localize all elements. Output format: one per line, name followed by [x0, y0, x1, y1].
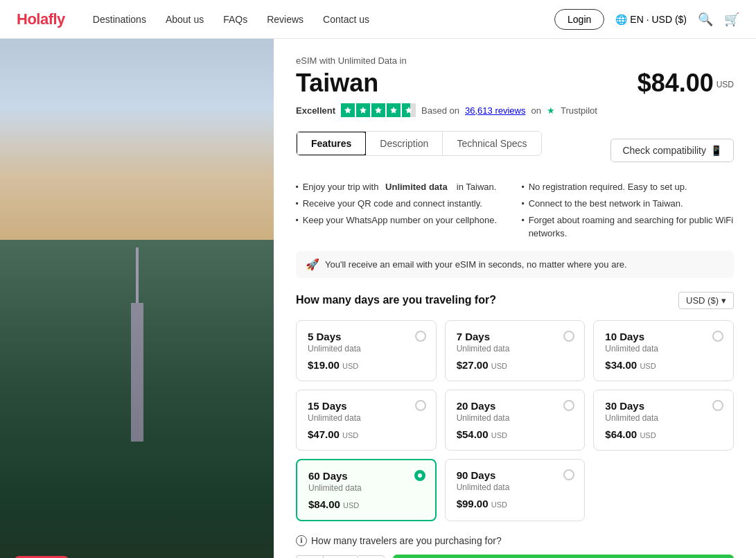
nav-contact[interactable]: Contact us: [323, 14, 369, 25]
nav-faqs[interactable]: FAQs: [223, 14, 247, 25]
travelers-label-text: How many travelers are you purchasing fo…: [311, 535, 502, 546]
plan-5days-price: $19.00 USD: [308, 359, 425, 371]
plan-10days-radio: [712, 331, 723, 342]
plan-90days-price: $99.00 USD: [457, 498, 574, 509]
travelers-controls: - 1 + Get unlimited internet: [296, 555, 734, 558]
plan-60days[interactable]: 60 Days Unlimited data $84.00 USD: [296, 459, 437, 521]
image-background: [0, 39, 274, 558]
tp-star-2: [356, 103, 370, 117]
svg-marker-0: [344, 107, 351, 114]
plan-10days-label: 10 Days: [605, 331, 722, 342]
plan-7days-data: Unlimited data: [457, 344, 574, 354]
tp-star-3: [371, 103, 385, 117]
product-image: H Scan the QR code and connect instantly…: [0, 39, 274, 558]
plan-90days-data: Unlimited data: [457, 482, 574, 492]
plan-60days-radio: [414, 470, 425, 481]
tp-review-suffix: on: [531, 105, 540, 116]
plan-90days-label: 90 Days: [457, 469, 574, 481]
plan-20days[interactable]: 20 Days Unlimited data $54.00 USD: [445, 390, 586, 451]
plan-30days[interactable]: 30 Days Unlimited data $64.00 USD: [593, 390, 734, 451]
tp-rating-label: Excellent: [296, 105, 335, 116]
logo[interactable]: Holafly: [17, 10, 65, 28]
features-grid: Enjoy your trip with Unlimited data in T…: [296, 181, 734, 240]
plan-15days-price: $47.00 USD: [308, 428, 425, 440]
language-selector[interactable]: 🌐 EN · USD ($): [615, 14, 687, 25]
feature-1: Enjoy your trip with Unlimited data in T…: [296, 181, 508, 193]
plan-10days-data: Unlimited data: [605, 344, 722, 354]
feature-5: Connect to the best network in Taiwan.: [522, 198, 734, 210]
get-internet-button[interactable]: Get unlimited internet: [393, 555, 734, 558]
header: Holafly Destinations About us FAQs Revie…: [0, 0, 756, 39]
tp-logo-icon: ★: [547, 105, 555, 116]
device-check-icon: 📱: [710, 145, 722, 156]
svg-marker-1: [360, 107, 367, 114]
svg-marker-4: [405, 107, 412, 114]
email-notice: 🚀 You'll receive an email with your eSIM…: [296, 251, 734, 278]
travelers-section: ℹ How many travelers are you purchasing …: [296, 535, 734, 558]
plan-60days-price: $84.00 USD: [308, 498, 424, 510]
plan-15days-radio: [415, 400, 426, 411]
plan-20days-price: $54.00 USD: [457, 428, 574, 440]
plan-7days-label: 7 Days: [457, 331, 574, 342]
nav-destinations[interactable]: Destinations: [93, 14, 146, 25]
plan-20days-data: Unlimited data: [457, 413, 574, 423]
cart-icon: 🛒: [724, 12, 739, 26]
product-price: $84.00 USD: [638, 69, 734, 98]
tp-star-4: [387, 103, 401, 117]
plan-5days-label: 5 Days: [308, 331, 425, 342]
plan-10days[interactable]: 10 Days Unlimited data $34.00 USD: [593, 320, 734, 381]
currency-selector[interactable]: USD ($) ▾: [678, 292, 734, 309]
chevron-down-icon: ▾: [721, 295, 726, 306]
plan-7days-radio: [563, 331, 574, 342]
trustpilot-bar: Excellent Based on 36,613 reviews on ★ T…: [296, 103, 734, 117]
esim-label: eSIM with Unlimited Data in: [296, 55, 734, 66]
feature-4: No registration required. Easy to set up…: [522, 181, 734, 193]
svg-marker-2: [375, 107, 382, 114]
search-button[interactable]: 🔍: [698, 12, 713, 27]
product-header: Taiwan $84.00 USD: [296, 69, 734, 98]
quantity-minus-button[interactable]: -: [296, 555, 324, 558]
plan-60days-data: Unlimited data: [308, 483, 424, 493]
main-nav: Destinations About us FAQs Reviews Conta…: [93, 14, 554, 25]
tab-description[interactable]: Description: [366, 132, 443, 155]
product-title: Taiwan: [296, 69, 378, 98]
cart-button[interactable]: 🛒: [724, 12, 739, 27]
quantity-value: 1: [324, 555, 357, 558]
plan-20days-radio: [563, 400, 574, 411]
plan-7days-price: $27.00 USD: [457, 359, 574, 371]
svg-marker-3: [390, 107, 397, 114]
tp-label-text: Trustpilot: [561, 105, 597, 116]
plan-30days-data: Unlimited data: [605, 413, 722, 423]
plan-15days[interactable]: 15 Days Unlimited data $47.00 USD: [296, 390, 437, 451]
lang-label: EN · USD ($): [630, 14, 687, 25]
plan-5days-data: Unlimited data: [308, 344, 425, 354]
tab-technical-specs[interactable]: Technical Specs: [443, 132, 540, 155]
check-compatibility-button[interactable]: Check compatibility 📱: [610, 139, 734, 162]
globe-icon: 🌐: [615, 14, 627, 25]
nav-about[interactable]: About us: [166, 14, 204, 25]
quantity-plus-button[interactable]: +: [357, 555, 385, 558]
login-button[interactable]: Login: [554, 9, 604, 30]
tp-stars: [341, 103, 416, 117]
email-notice-text: You'll receive an email with your eSIM i…: [325, 259, 627, 270]
plan-30days-radio: [712, 400, 723, 411]
duration-header: How many days are you traveling for? USD…: [296, 292, 734, 309]
tp-reviews-link[interactable]: 36,613 reviews: [465, 105, 525, 116]
plan-5days[interactable]: 5 Days Unlimited data $19.00 USD: [296, 320, 437, 381]
search-icon: 🔍: [698, 12, 713, 26]
tab-features[interactable]: Features: [296, 131, 367, 156]
check-compat-label: Check compatibility: [622, 145, 706, 156]
header-actions: Login 🌐 EN · USD ($) 🔍 🛒: [554, 9, 739, 30]
nav-reviews[interactable]: Reviews: [267, 14, 304, 25]
product-tabs: Features Description Technical Specs: [296, 131, 542, 156]
tp-star-1: [341, 103, 355, 117]
plan-30days-label: 30 Days: [605, 400, 722, 412]
tabs-row: Features Description Technical Specs Che…: [296, 131, 734, 170]
tp-star-5: [402, 103, 416, 117]
plan-7days[interactable]: 7 Days Unlimited data $27.00 USD: [445, 320, 586, 381]
feature-6: Forget about roaming and searching for p…: [522, 214, 734, 239]
plan-20days-label: 20 Days: [457, 400, 574, 412]
rocket-icon: 🚀: [306, 258, 319, 271]
plan-90days[interactable]: 90 Days Unlimited data $99.00 USD: [445, 459, 586, 521]
duration-title: How many days are you traveling for?: [296, 294, 496, 306]
